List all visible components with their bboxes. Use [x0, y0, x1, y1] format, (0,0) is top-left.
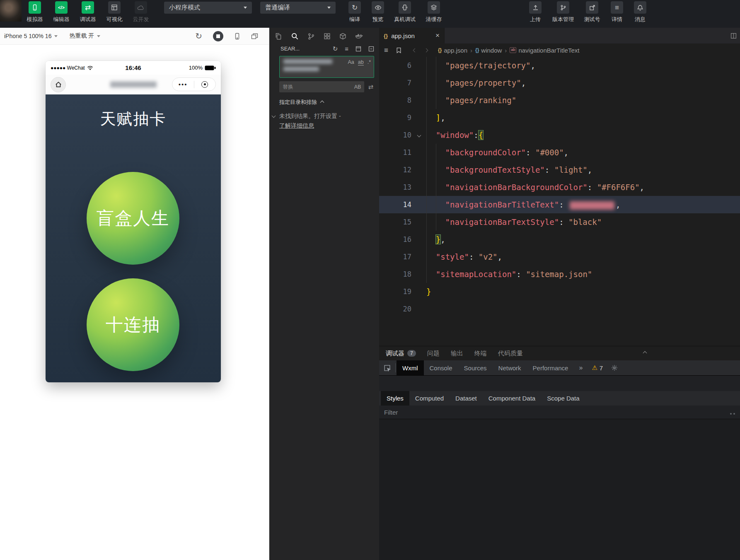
tab-code-quality[interactable]: 代码质量 [498, 350, 523, 357]
line-number[interactable]: 14 [379, 196, 411, 213]
tab-dataset[interactable]: Dataset [450, 391, 483, 406]
toggle-replace-chevron-icon[interactable] [272, 112, 275, 118]
device-debug-button[interactable]: 真机调试 [389, 0, 420, 23]
more-tabs-icon[interactable]: » [574, 364, 588, 372]
multi-window-icon[interactable] [251, 33, 258, 39]
preserve-case-icon[interactable]: AB [354, 84, 361, 90]
compile-mode-dropdown[interactable]: 普通编译 [260, 2, 336, 14]
debugger-toggle-button[interactable]: ⇄ 调试器 [75, 0, 101, 23]
hot-reload-toggle[interactable]: 热重载 开 [69, 32, 100, 40]
devtools-tab-console[interactable]: Console [424, 360, 458, 375]
package-icon[interactable] [339, 33, 346, 40]
extensions-icon[interactable] [324, 33, 331, 40]
tab-output[interactable]: 输出 [451, 350, 463, 357]
preview-button[interactable]: 预览 [366, 0, 389, 23]
search-icon[interactable] [291, 32, 299, 40]
line-number[interactable]: 11 [379, 144, 411, 161]
code-line[interactable]: 9], [379, 109, 740, 126]
breadcrumb-property[interactable]: ab navigationBarTitleText [510, 47, 579, 54]
messages-button[interactable]: 消息 [629, 0, 652, 23]
code-line[interactable]: 16}, [379, 231, 740, 248]
device-selector[interactable]: iPhone 5 100% 16 [4, 33, 58, 39]
line-number[interactable]: 12 [379, 161, 411, 179]
test-account-button[interactable]: 测试号 [579, 0, 605, 23]
search-input[interactable]: Aa ab .* [279, 56, 374, 78]
replace-input[interactable]: 替换 AB [279, 81, 364, 92]
code-line[interactable]: 8"pages/ranking" [379, 92, 740, 109]
code-line[interactable]: 15"navigationBarTextStyle": "black" [379, 213, 740, 231]
line-number[interactable]: 15 [379, 213, 411, 231]
code-line[interactable]: 19} [379, 283, 740, 300]
tab-problems[interactable]: 问题 [427, 350, 440, 357]
simulator-toggle-button[interactable]: 模拟器 [22, 0, 48, 23]
stop-button[interactable] [213, 31, 223, 41]
blindbox-life-button[interactable]: 盲盒人生 [87, 172, 179, 265]
line-number[interactable]: 8 [379, 92, 411, 109]
devtools-tab-performance[interactable]: Performance [527, 360, 574, 375]
inspect-element-icon[interactable] [379, 364, 395, 372]
user-avatar[interactable] [0, 0, 22, 22]
line-number[interactable]: 16 [379, 231, 411, 248]
line-number[interactable]: 9 [379, 109, 411, 126]
regex-icon[interactable]: .* [368, 59, 371, 65]
match-case-icon[interactable]: Aa [348, 59, 354, 65]
details-button[interactable]: ≡ 详情 [605, 0, 629, 23]
docker-icon[interactable] [355, 33, 363, 39]
upload-button[interactable]: 上传 [523, 0, 547, 23]
visualization-button[interactable]: 可视化 [101, 0, 128, 23]
line-number[interactable]: 6 [379, 57, 411, 74]
close-tab-icon[interactable]: × [435, 31, 440, 40]
tab-scope-data[interactable]: Scope Data [541, 391, 585, 406]
devtools-tab-network[interactable]: Network [493, 360, 527, 375]
line-number[interactable]: 18 [379, 266, 411, 283]
line-number[interactable]: 20 [379, 300, 411, 318]
tab-debugger[interactable]: 调试器 7 [386, 350, 416, 357]
ten-pull-button[interactable]: 十连抽 [87, 278, 179, 371]
devtools-settings-icon[interactable] [607, 364, 622, 371]
editor-toggle-button[interactable]: </> 编辑器 [48, 0, 75, 23]
code-line[interactable]: 14"navigationBarTitleText": , [379, 196, 740, 213]
filter-input[interactable]: Filter [384, 409, 398, 416]
clear-cache-button[interactable]: 清缓存 [420, 0, 447, 23]
filter-options-icon[interactable] [730, 410, 735, 415]
rotate-device-icon[interactable] [234, 33, 240, 40]
code-line[interactable]: 6"pages/trajectory", [379, 57, 740, 74]
breadcrumb-file[interactable]: {} app.json [438, 47, 467, 54]
tab-styles[interactable]: Styles [381, 391, 409, 406]
code-line[interactable]: 11"backgroundColor": "#000", [379, 144, 740, 161]
code-area[interactable]: 6"pages/trajectory",7"pages/property",8"… [379, 57, 740, 346]
version-control-button[interactable]: 版本管理 [547, 0, 579, 23]
line-number[interactable]: 19 [379, 283, 411, 300]
refresh-search-icon[interactable]: ↻ [333, 46, 338, 52]
devtools-tab-wxml[interactable]: Wxml [397, 360, 424, 375]
code-line[interactable]: 12"backgroundTextStyle": "light", [379, 161, 740, 179]
fold-chevron-icon[interactable] [411, 126, 426, 144]
tab-component-data[interactable]: Component Data [483, 391, 541, 406]
warnings-indicator[interactable]: ⚠ 7 [588, 364, 607, 372]
split-editor-icon[interactable] [730, 33, 737, 39]
outline-list-icon[interactable]: ≡ [384, 47, 388, 54]
tab-app-json[interactable]: {} app.json × [379, 28, 445, 43]
devtools-tab-sources[interactable]: Sources [458, 360, 493, 375]
learn-more-link[interactable]: 了解详细信息 [279, 122, 314, 129]
source-control-icon[interactable] [307, 33, 315, 40]
tab-computed[interactable]: Computed [409, 391, 450, 406]
tab-terminal[interactable]: 终端 [474, 350, 487, 357]
restart-icon[interactable]: ↻ [195, 32, 202, 40]
replace-all-icon[interactable]: ⇄ [368, 84, 373, 90]
more-menu-button[interactable]: ••• [172, 81, 194, 87]
cloud-dev-button[interactable]: 云开发 [128, 0, 154, 23]
collapse-panel-icon[interactable] [643, 351, 647, 355]
nav-forward-icon[interactable] [424, 48, 428, 52]
code-line[interactable]: 10"window":{ [379, 126, 740, 144]
code-line[interactable]: 17"style": "v2", [379, 248, 740, 266]
clear-results-icon[interactable]: ≡ [345, 46, 348, 52]
open-in-editor-icon[interactable] [355, 46, 361, 52]
close-miniprogram-button[interactable] [194, 81, 216, 88]
line-number[interactable]: 13 [379, 179, 411, 196]
breadcrumb-object[interactable]: {} window [475, 47, 502, 54]
line-number[interactable]: 10 [379, 126, 411, 144]
home-button[interactable] [51, 77, 66, 92]
nav-back-icon[interactable] [413, 48, 417, 52]
line-number[interactable]: 17 [379, 248, 411, 266]
